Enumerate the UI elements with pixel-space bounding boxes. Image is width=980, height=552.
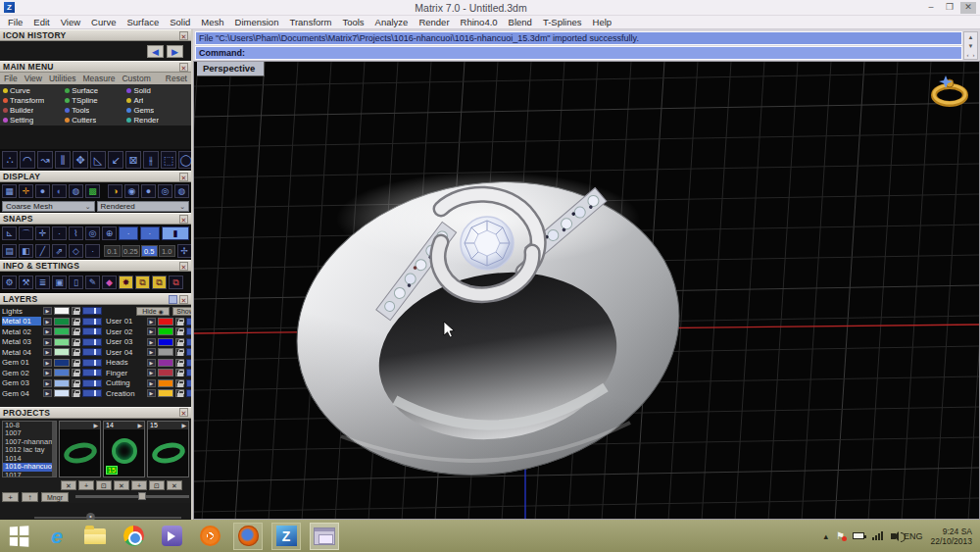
- circle-center-icon[interactable]: ◎: [85, 226, 100, 240]
- layer-slider[interactable]: [186, 318, 193, 326]
- layer-arrow-icon[interactable]: ▶: [43, 338, 52, 346]
- layer-row[interactable]: Metal 02▶: [2, 326, 102, 337]
- layer-color-swatch[interactable]: [158, 348, 173, 356]
- layer-slider[interactable]: [186, 369, 193, 376]
- textured-sphere-icon[interactable]: ◍: [174, 184, 189, 198]
- lock-icon[interactable]: [175, 359, 184, 367]
- scroll-left-icon[interactable]: ‹: [967, 52, 969, 58]
- folder-window-icon[interactable]: [310, 523, 339, 550]
- layer-row[interactable]: Gem 02▶: [2, 368, 102, 378]
- layer-slider[interactable]: [186, 338, 193, 346]
- scrollbar[interactable]: [52, 422, 56, 477]
- edit-surface-icon[interactable]: ✎: [85, 276, 100, 289]
- layer-name[interactable]: Finger: [106, 369, 145, 377]
- add-project-button[interactable]: +: [2, 492, 19, 502]
- layer-color-swatch[interactable]: [54, 338, 70, 346]
- layer-color-swatch[interactable]: [158, 327, 173, 335]
- layer-name[interactable]: Creation: [106, 389, 145, 398]
- perp-corner-icon[interactable]: ⊾: [2, 226, 17, 240]
- gem-pink-icon[interactable]: ◆: [102, 276, 117, 289]
- project-item[interactable]: 1017: [3, 472, 56, 477]
- copy-red-icon[interactable]: ⧉: [169, 276, 183, 289]
- menu-edit[interactable]: Edit: [33, 17, 49, 27]
- extrude-icon[interactable]: ⫼: [55, 151, 71, 169]
- layer-arrow-icon[interactable]: ▶: [147, 318, 156, 326]
- close-icon[interactable]: ✕: [179, 262, 188, 271]
- lock-icon[interactable]: [175, 338, 184, 346]
- layer-name[interactable]: User 04: [106, 348, 145, 357]
- back-arrow-button[interactable]: ◀: [147, 45, 164, 58]
- layer-color-swatch[interactable]: [54, 348, 70, 356]
- category-surface[interactable]: Surface: [64, 85, 125, 95]
- category-curve[interactable]: Curve: [2, 85, 64, 95]
- menu-dimension[interactable]: Dimension: [235, 17, 279, 27]
- play-icon[interactable]: ▶: [93, 422, 98, 429]
- layer-name[interactable]: Metal 01: [2, 317, 41, 326]
- axes-cross-icon[interactable]: ✛: [19, 184, 33, 198]
- layer-arrow-icon[interactable]: ▶: [147, 379, 156, 387]
- lock-icon[interactable]: [72, 389, 80, 397]
- diamond-icon[interactable]: ◇: [69, 244, 83, 258]
- close-icon[interactable]: ✕: [179, 408, 188, 417]
- layer-row[interactable]: Metal 03▶: [2, 337, 102, 348]
- sphere-shaded-icon[interactable]: ●: [35, 184, 50, 198]
- layer-slider[interactable]: [82, 359, 102, 367]
- lock-icon[interactable]: [175, 327, 184, 335]
- layer-arrow-icon[interactable]: ▶: [43, 327, 52, 335]
- lock-icon[interactable]: [72, 307, 80, 315]
- project-thumbnail[interactable]: 14▶ 15: [103, 421, 145, 477]
- render-mode-dropdown[interactable]: Rendered⌄: [97, 201, 190, 212]
- menu-analyze[interactable]: Analyze: [375, 17, 409, 27]
- chrome-icon[interactable]: [119, 523, 148, 550]
- layer-color-swatch[interactable]: [54, 359, 70, 367]
- layer-name[interactable]: Metal 03: [2, 337, 41, 346]
- snap-increment-0.25[interactable]: 0.25: [122, 245, 140, 257]
- action-center-flag-icon[interactable]: ⚑: [836, 530, 845, 541]
- split-icon[interactable]: ⫲: [143, 151, 159, 169]
- half-gold-icon[interactable]: ◑: [108, 184, 122, 198]
- layer-color-swatch[interactable]: [158, 338, 173, 346]
- menu-tools[interactable]: Tools: [342, 17, 364, 27]
- menu-surface[interactable]: Surface: [126, 17, 159, 27]
- layer-arrow-icon[interactable]: ▶: [147, 348, 156, 356]
- category-solid[interactable]: Solid: [125, 85, 187, 95]
- earth-icon[interactable]: ◍: [69, 184, 83, 198]
- thumb-add-button[interactable]: +: [131, 480, 147, 490]
- project-slider[interactable]: [75, 495, 189, 498]
- layer-name[interactable]: User 03: [106, 337, 145, 346]
- layer-color-swatch[interactable]: [54, 307, 70, 315]
- lock-icon[interactable]: [72, 338, 80, 346]
- torus-icon[interactable]: ◯: [178, 151, 193, 169]
- viewport-canvas[interactable]: [194, 62, 979, 520]
- layer-arrow-icon[interactable]: ▶: [147, 359, 156, 367]
- menu-transform[interactable]: Transform: [289, 17, 331, 27]
- layer-name[interactable]: Gem 01: [2, 358, 41, 367]
- grid-mesh-icon[interactable]: ▦: [2, 184, 17, 198]
- layer-row[interactable]: Finger▶: [106, 368, 193, 378]
- thumb-add-button[interactable]: +: [78, 480, 94, 490]
- cross-icon[interactable]: ✛: [35, 226, 50, 240]
- layer-arrow-icon[interactable]: ▶: [43, 379, 52, 387]
- layer-name[interactable]: User 01: [106, 317, 145, 326]
- menu-rhino4.0[interactable]: Rhino4.0: [461, 17, 498, 27]
- layer-name[interactable]: Gem 04: [2, 389, 41, 398]
- firefox-icon[interactable]: [233, 523, 263, 550]
- layer-color-swatch[interactable]: [158, 389, 173, 397]
- snap-increment-1.0[interactable]: 1.0: [159, 245, 175, 257]
- language-indicator[interactable]: ENG: [904, 531, 923, 541]
- layer-slider[interactable]: [82, 338, 102, 346]
- lock-icon[interactable]: [72, 369, 80, 376]
- select-box-icon[interactable]: ⬚: [161, 151, 176, 169]
- project-grid-icon[interactable]: ▤: [2, 244, 17, 258]
- perspective-viewport[interactable]: Perspective: [193, 61, 980, 520]
- metal-sphere-icon[interactable]: ●: [141, 184, 156, 198]
- layer-color-swatch[interactable]: [158, 379, 173, 387]
- layer-row[interactable]: Creation▶: [106, 388, 193, 399]
- main-menu-utilities[interactable]: Utilities: [49, 74, 75, 83]
- layer-name[interactable]: Heads: [106, 358, 145, 367]
- layer-color-swatch[interactable]: [54, 318, 70, 326]
- main-menu-file[interactable]: File: [4, 74, 18, 83]
- layer-row[interactable]: User 03▶: [106, 337, 193, 348]
- diag-line-icon[interactable]: ╱: [35, 244, 50, 258]
- arc-icon[interactable]: ◠: [20, 151, 35, 169]
